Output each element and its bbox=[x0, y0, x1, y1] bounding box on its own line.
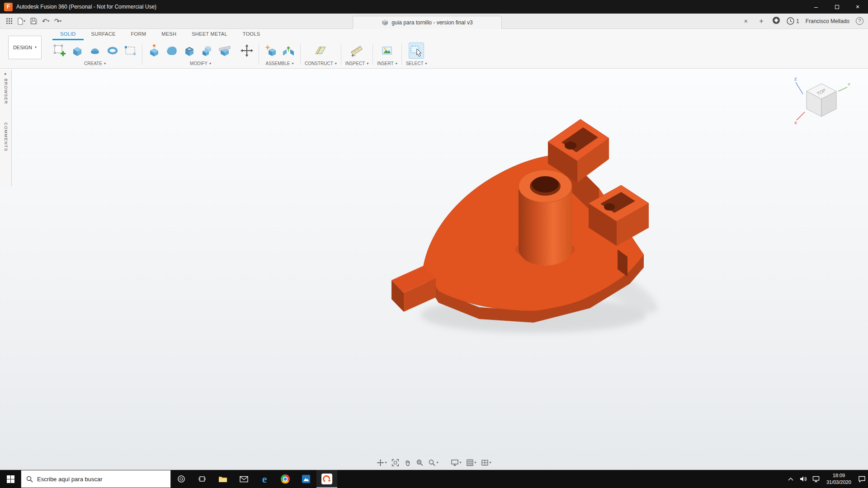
joint-button[interactable] bbox=[281, 42, 296, 59]
insert-canvas-button[interactable] bbox=[379, 42, 395, 59]
ribbon-group-construct: CONSTRUCT ▾ bbox=[302, 40, 340, 68]
display-settings-button[interactable]: ▾ bbox=[450, 458, 462, 467]
axis-z-label: Z bbox=[794, 77, 797, 81]
assemble-caret-icon: ▾ bbox=[292, 62, 293, 66]
app-grid-button[interactable] bbox=[4, 15, 14, 27]
select-menu[interactable]: SELECT ▾ bbox=[406, 61, 427, 68]
revolve-button[interactable] bbox=[87, 42, 103, 59]
network-button[interactable] bbox=[810, 470, 822, 488]
orbit-button[interactable]: ▾ bbox=[376, 458, 387, 467]
redo-caret-icon: ▾ bbox=[60, 19, 61, 23]
construct-menu[interactable]: CONSTRUCT ▾ bbox=[305, 61, 337, 68]
hidden-icons-button[interactable] bbox=[784, 470, 797, 488]
start-button[interactable] bbox=[0, 470, 21, 488]
task-view-button[interactable] bbox=[192, 470, 212, 488]
file-menu-button[interactable]: ▾ bbox=[16, 15, 27, 27]
help-button[interactable]: ? bbox=[856, 17, 863, 25]
volume-button[interactable] bbox=[797, 470, 810, 488]
new-document-button[interactable]: + bbox=[757, 17, 766, 25]
action-center-button[interactable] bbox=[855, 470, 868, 488]
document-tab[interactable]: guia para tornillo - version final v3 bbox=[353, 16, 502, 29]
viewport-canvas[interactable]: ▸ BROWSER COMMENTS bbox=[0, 69, 868, 470]
create-menu[interactable]: CREATE ▾ bbox=[84, 61, 106, 68]
grid-snap-button[interactable]: ▾ bbox=[466, 458, 477, 467]
pattern-button[interactable] bbox=[123, 42, 138, 59]
combine-button[interactable] bbox=[199, 42, 215, 59]
create-caret-icon: ▾ bbox=[104, 62, 106, 66]
tab-sheet-metal[interactable]: SHEET METAL bbox=[184, 31, 235, 40]
split-body-icon bbox=[218, 44, 231, 57]
undo-icon: ↶ bbox=[42, 18, 48, 24]
pan-button[interactable] bbox=[403, 458, 412, 467]
browser-panel-tab[interactable]: BROWSER bbox=[4, 79, 8, 104]
move-copy-button[interactable] bbox=[239, 42, 255, 59]
close-document-button[interactable]: × bbox=[741, 18, 750, 25]
job-status-button[interactable]: 1 bbox=[787, 17, 799, 25]
edge-button[interactable]: e bbox=[254, 470, 275, 488]
redo-button[interactable]: ↷ ▾ bbox=[52, 15, 63, 27]
view-cube[interactable]: Z Y X TOP bbox=[791, 73, 851, 128]
ribbon-group-insert: INSERT ▾ bbox=[374, 40, 401, 68]
zoom-button[interactable]: ▾ bbox=[427, 458, 439, 467]
press-pull-button[interactable] bbox=[146, 42, 162, 59]
model-3d-body[interactable] bbox=[384, 114, 665, 342]
fillet-button[interactable] bbox=[164, 42, 179, 59]
file-explorer-button[interactable] bbox=[212, 470, 233, 488]
workspace-selector[interactable]: DESIGN ▾ bbox=[8, 36, 42, 59]
extensions-button[interactable] bbox=[772, 16, 780, 26]
taskbar-clock[interactable]: 18:09 31/03/2020 bbox=[822, 472, 855, 486]
insert-menu[interactable]: INSERT ▾ bbox=[377, 61, 397, 68]
tab-solid[interactable]: SOLID bbox=[52, 31, 84, 40]
minimize-button[interactable]: – bbox=[806, 0, 826, 14]
chrome-icon bbox=[281, 474, 290, 483]
taskbar-search-input[interactable]: Escribe aquí para buscar bbox=[21, 470, 171, 488]
mail-button[interactable] bbox=[233, 470, 254, 488]
chrome-button[interactable] bbox=[275, 470, 296, 488]
maximize-button[interactable] bbox=[826, 0, 847, 14]
search-icon bbox=[26, 476, 33, 483]
tab-form[interactable]: FORM bbox=[123, 31, 154, 40]
user-account-button[interactable]: Francisco Mellado bbox=[806, 18, 849, 24]
ribbon-separator bbox=[300, 44, 301, 65]
insert-menu-label: INSERT bbox=[377, 61, 394, 66]
close-button[interactable]: × bbox=[847, 0, 868, 14]
expand-browser-icon[interactable]: ▸ bbox=[5, 71, 7, 76]
zoom-window-button[interactable] bbox=[415, 458, 424, 467]
display-settings-caret-icon: ▾ bbox=[459, 461, 461, 465]
measure-button[interactable] bbox=[349, 42, 364, 59]
fit-view-button[interactable] bbox=[391, 458, 400, 467]
torus-button[interactable] bbox=[105, 42, 120, 59]
split-body-button[interactable] bbox=[217, 42, 232, 59]
tab-mesh[interactable]: MESH bbox=[154, 31, 184, 40]
tab-surface[interactable]: SURFACE bbox=[84, 31, 123, 40]
cortana-button[interactable] bbox=[171, 470, 192, 488]
fusion360-taskbar-button[interactable] bbox=[316, 470, 337, 488]
undo-button[interactable]: ↶ ▾ bbox=[40, 15, 51, 27]
select-button[interactable] bbox=[409, 42, 424, 59]
inspect-menu-label: INSPECT bbox=[345, 61, 365, 66]
construct-plane-button[interactable] bbox=[313, 42, 328, 59]
tab-tools[interactable]: TOOLS bbox=[235, 31, 268, 40]
viewports-button[interactable]: ▾ bbox=[481, 458, 492, 467]
shell-button[interactable] bbox=[182, 42, 197, 59]
ribbon-group-select: SELECT ▾ bbox=[403, 40, 430, 68]
windows-taskbar: Escribe aquí para buscar e bbox=[0, 470, 868, 488]
modify-menu[interactable]: MODIFY ▾ bbox=[190, 61, 211, 68]
zoom-caret-icon: ▾ bbox=[436, 461, 438, 465]
title-bar: F Autodesk Fusion 360 (Personal - Not fo… bbox=[0, 0, 868, 14]
extrude-button[interactable] bbox=[70, 42, 85, 59]
inspect-menu[interactable]: INSPECT ▾ bbox=[345, 61, 368, 68]
undo-caret-icon: ▾ bbox=[47, 19, 49, 23]
create-sketch-button[interactable] bbox=[52, 42, 67, 59]
photos-button[interactable] bbox=[296, 470, 316, 488]
network-icon bbox=[812, 476, 820, 482]
fusion360-taskbar-icon bbox=[323, 475, 331, 483]
assemble-menu[interactable]: ASSEMBLE ▾ bbox=[266, 61, 294, 68]
ribbon-group-assemble: ASSEMBLE ▾ bbox=[260, 40, 299, 68]
comments-panel-tab[interactable]: COMMENTS bbox=[4, 122, 8, 152]
volume-icon bbox=[800, 476, 807, 482]
new-component-button[interactable] bbox=[263, 42, 278, 59]
search-placeholder: Escribe aquí para buscar bbox=[37, 476, 103, 483]
navigation-bar: ▾ ▾ bbox=[376, 458, 492, 467]
save-button[interactable] bbox=[28, 15, 39, 27]
